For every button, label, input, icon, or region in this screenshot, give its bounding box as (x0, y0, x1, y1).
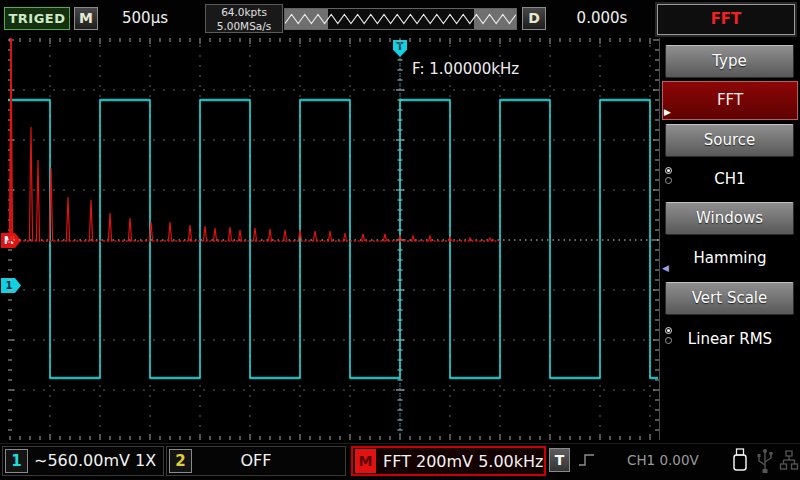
ch1-badge: 1 (5, 449, 28, 473)
trigger-status-section[interactable]: T CH1 0.00V (549, 446, 725, 476)
memory-depth-readout: 64.0kpts (206, 5, 282, 19)
ch1-settings: ∼560.00mV 1X (34, 447, 156, 475)
usb-device-icon (731, 447, 749, 475)
menu-option-linear-rms-label: Linear RMS (688, 330, 772, 348)
waveform-preview-bar[interactable] (284, 8, 517, 30)
waveform-display: F: 1.00000kHz T M 1 (8, 38, 661, 440)
menu-title: FFT (657, 4, 795, 35)
radio-selected-icon (665, 167, 672, 174)
menu-option-ch1-label: CH1 (714, 170, 745, 188)
submenu-arrow-icon: ▶ (664, 108, 671, 117)
menu-button-source[interactable]: Source (665, 124, 794, 157)
menu-option-hamming-label: Hamming (694, 249, 767, 267)
menu-button-vert-scale[interactable]: Vert Scale (665, 282, 794, 315)
oscilloscope-screen: TRIGED M 500µs 64.0kpts 5.00MSa/s D 0.00… (0, 0, 800, 480)
acquisition-info-box: 64.0kpts 5.00MSa/s (205, 4, 283, 33)
menu-option-linear-rms[interactable]: Linear RMS (660, 320, 800, 358)
preview-zigzag (285, 9, 516, 29)
radio-group-icon (665, 167, 675, 187)
side-menu: Type FFT ▶ Source CH1 Windows ◀ Hamming … (660, 38, 800, 443)
menu-selected-fft[interactable]: FFT ▶ (662, 81, 798, 120)
trigger-position-readout: 0.000s (556, 9, 648, 27)
bottom-status-bar: 1 ∼560.00mV 1X 2 OFF M FFT 200mV 5.00kHz… (0, 443, 800, 480)
menu-option-hamming[interactable]: ◀ Hamming (660, 239, 800, 277)
top-status-bar: TRIGED M 500µs 64.0kpts 5.00MSa/s D 0.00… (0, 0, 800, 38)
trigger-status-badge: TRIGED (4, 7, 70, 30)
lan-icon (779, 447, 799, 475)
math-settings: FFT 200mV 5.00kHz (383, 448, 543, 476)
menu-button-type[interactable]: Type (665, 45, 794, 78)
radio-unselected-icon (665, 337, 672, 344)
ch2-status-section[interactable]: 2 OFF (166, 446, 346, 476)
rising-edge-icon (577, 449, 597, 471)
trigger-source-readout: CH1 0.00V (627, 446, 699, 474)
usb-host-icon (755, 447, 775, 475)
math-status-section[interactable]: M FFT 200mV 5.00kHz (351, 446, 546, 476)
radio-selected-icon (665, 327, 672, 334)
sample-rate-readout: 5.00MSa/s (206, 19, 282, 33)
menu-selected-fft-label: FFT (717, 91, 743, 109)
delay-mode-badge[interactable]: D (522, 7, 546, 30)
horizontal-mode-badge[interactable]: M (74, 7, 98, 30)
trigger-badge: T (549, 448, 570, 472)
graticule-and-traces (8, 38, 659, 440)
menu-button-windows[interactable]: Windows (665, 202, 794, 235)
radio-group-icon (665, 327, 675, 347)
radio-unselected-icon (665, 177, 672, 184)
menu-option-ch1[interactable]: CH1 (660, 161, 800, 198)
ch1-status-section[interactable]: 1 ∼560.00mV 1X (2, 446, 164, 476)
choice-arrow-icon: ◀ (662, 264, 669, 273)
math-badge: M (355, 449, 376, 473)
ch2-settings: OFF (167, 447, 345, 475)
timebase-readout[interactable]: 500µs (100, 9, 190, 27)
